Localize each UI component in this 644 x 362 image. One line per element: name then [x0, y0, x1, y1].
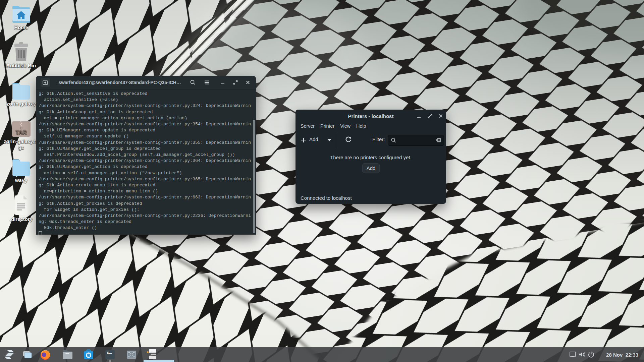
svg-text:TAR: TAR	[15, 129, 27, 136]
svg-text:$: $	[107, 351, 109, 355]
